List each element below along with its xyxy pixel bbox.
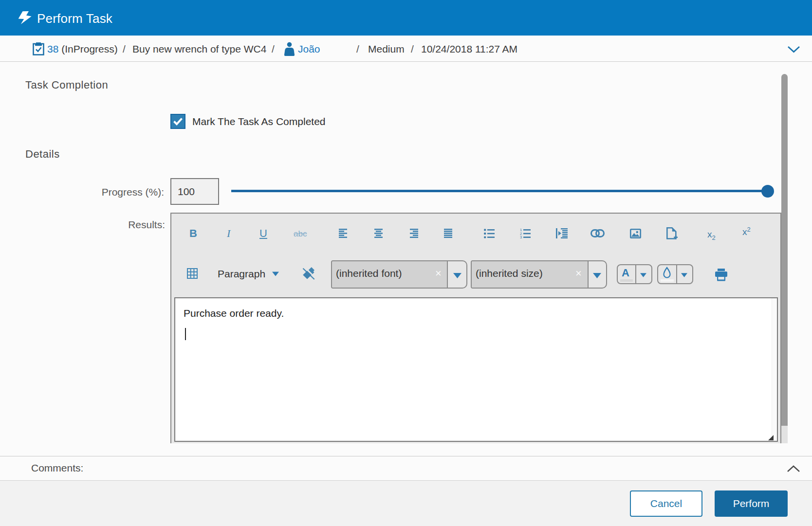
svg-text:3: 3 xyxy=(520,235,522,239)
